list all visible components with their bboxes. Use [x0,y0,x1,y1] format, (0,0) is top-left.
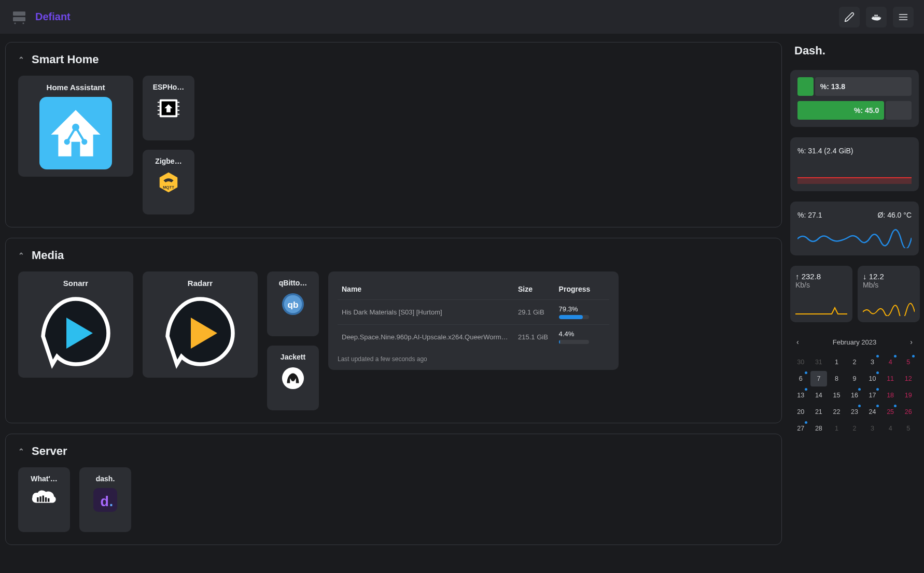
calendar-day[interactable]: 13 [792,388,809,403]
server-icon [10,9,28,25]
calendar-day[interactable]: 4 [882,354,899,370]
calendar-day[interactable]: 3 [864,354,881,370]
gauge-disk-2: %: 45.0 [797,101,912,120]
col-size: Size [514,279,555,300]
calendar-day[interactable]: 5 [900,421,917,436]
svg-text:d: d [100,494,108,509]
torrent-progress: 4.4% [555,325,609,350]
calendar-month: February 2023 [833,338,877,346]
cpu-spark [797,223,912,248]
hamburger-icon [898,12,908,22]
calendar-day[interactable]: 5 [900,354,917,370]
app-label: Home Assistant [25,83,126,92]
calendar-day[interactable]: 16 [846,388,863,403]
brand-name[interactable]: Defiant [35,11,71,23]
calendar-day[interactable]: 6 [792,371,809,386]
calendar-day[interactable]: 3 [864,421,881,436]
calendar-day[interactable]: 21 [810,404,828,420]
calendar-day[interactable]: 4 [882,421,899,436]
section-title: Media [32,249,64,262]
qbittorrent-icon: qb [281,292,305,316]
calendar-day[interactable]: 1 [828,421,845,436]
calendar-day[interactable]: 14 [810,388,828,403]
calendar-day[interactable]: 18 [882,388,899,403]
torrent-row[interactable]: His Dark Materials [S03] [Hurtom] 29.1 G… [338,300,609,325]
calendar-day[interactable]: 23 [846,404,863,420]
edit-button[interactable] [839,7,860,27]
app-zigbee2mqtt[interactable]: Zigbe… MQTT [143,150,194,214]
memory-spark [797,159,912,184]
svg-rect-0 [13,11,25,16]
arrow-down-icon: ↓ [863,272,867,281]
chevron-down-icon[interactable]: ⌃ [18,447,24,455]
torrent-row[interactable]: Deep.Space.Nine.960p.AI-Upscale.x264.Que… [338,325,609,350]
calendar-day[interactable]: 9 [846,371,863,386]
jackett-icon [281,366,305,390]
gauge-disk-1: %: 13.8 [797,77,912,96]
arrow-up-icon: ↑ [795,272,800,281]
memory-text: %: 31.4 (2.4 GiB) [797,145,912,159]
cpu-widget: %: 27.1 Ø: 46.0 °C [790,202,919,255]
calendar-day[interactable]: 26 [900,404,917,420]
calendar-day[interactable]: 28 [810,421,828,436]
svg-rect-34 [45,497,47,502]
calendar-day[interactable]: 30 [792,354,809,370]
app-label: Sonarr [25,279,126,288]
radarr-icon [161,293,239,370]
esphome-icon [157,96,180,120]
calendar-day[interactable]: 8 [828,371,845,386]
col-progress: Progress [555,279,609,300]
app-label: dash. [87,475,124,483]
svg-rect-1 [13,17,25,21]
svg-rect-32 [39,496,41,502]
right-sidebar: Dash. %: 13.8 %: 45.0 %: 31.4 (2.4 GiB) … [790,42,919,436]
app-home-assistant[interactable]: Home Assistant [18,76,133,177]
calendar-day[interactable]: 10 [864,371,881,386]
app-qbittorrent[interactable]: qBitto… qb [267,271,319,336]
docker-button[interactable] [866,7,887,27]
calendar-prev[interactable]: ‹ [794,336,801,348]
calendar-day[interactable]: 24 [864,404,881,420]
svg-rect-31 [37,497,38,502]
app-sonarr[interactable]: Sonarr [18,271,133,378]
chevron-down-icon[interactable]: ⌃ [18,251,24,260]
docker-icon [871,11,882,23]
calendar-day[interactable]: 22 [828,404,845,420]
network-down-widget: ↓ 12.2 Mb/s [858,266,920,322]
col-name: Name [338,279,514,300]
calendar-day[interactable]: 2 [846,421,863,436]
topbar: Defiant [0,0,924,34]
network-up-widget: ↑ 232.8 Kb/s [790,266,852,322]
calendar-day[interactable]: 27 [792,421,809,436]
calendar-day[interactable]: 1 [828,354,845,370]
section-smart-home: ⌃ Smart Home Home Assistant [5,42,782,227]
calendar-day[interactable]: 12 [900,371,917,386]
app-whatsup[interactable]: What'… [18,467,70,532]
torrent-size: 215.1 GiB [514,325,555,350]
calendar-day[interactable]: 15 [828,388,845,403]
section-server: ⌃ Server What'… dash. [5,434,782,545]
app-esphome[interactable]: ESPHo… [143,76,194,140]
calendar-day[interactable]: 17 [864,388,881,403]
app-label: Jackett [274,353,312,361]
dash-title: Dash. [790,42,919,60]
calendar-day[interactable]: 2 [846,354,863,370]
calendar-day[interactable]: 19 [900,388,917,403]
calendar-day[interactable]: 25 [882,404,899,420]
last-updated: Last updated a few seconds ago [338,349,609,363]
sonarr-icon [37,293,115,370]
calendar-next[interactable]: › [908,336,915,348]
calendar-day[interactable]: 7 [810,371,828,386]
pencil-icon [844,12,855,22]
menu-button[interactable] [893,7,914,27]
calendar-day[interactable]: 11 [882,371,899,386]
app-dash[interactable]: dash. d . [79,467,131,532]
svg-rect-33 [43,496,44,502]
calendar-day[interactable]: 31 [810,354,828,370]
calendar-day[interactable]: 20 [792,404,809,420]
chevron-down-icon[interactable]: ⌃ [18,55,24,64]
app-radarr[interactable]: Radarr [143,271,258,378]
net-down-spark [863,297,915,316]
app-jackett[interactable]: Jackett [267,346,319,410]
app-label: Zigbe… [150,157,187,165]
